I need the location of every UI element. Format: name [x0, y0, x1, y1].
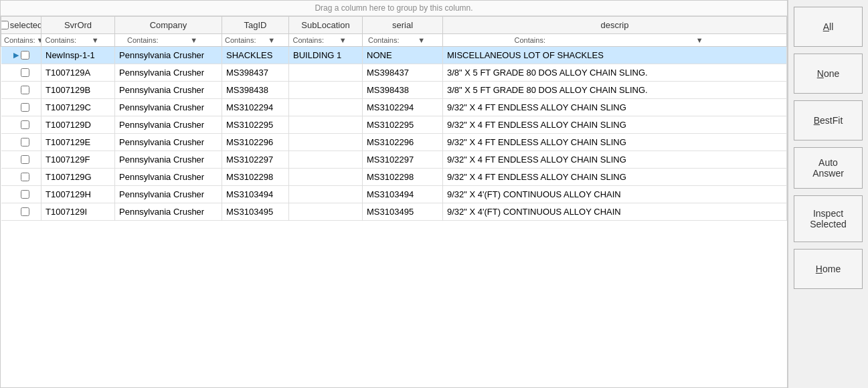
table-scroll-area[interactable]: selected SvrOrd Company TagID SubLocatio…	[1, 16, 787, 387]
row-selected-cell[interactable]	[1, 151, 41, 169]
row-selected-cell[interactable]	[1, 116, 41, 134]
filter-serial[interactable]: Contains: ▼	[363, 34, 443, 47]
row-selected-cell[interactable]: ▶	[1, 47, 41, 64]
row-descrip: 9/32" X 4 FT ENDLESS ALLOY CHAIN SLING	[443, 99, 787, 116]
table-row[interactable]: T1007129DPennsylvania CrusherMS3102295MS…	[1, 116, 787, 134]
row-serial: MS398438	[363, 82, 443, 99]
col-company[interactable]: Company	[115, 17, 222, 34]
row-checkbox[interactable]	[21, 190, 29, 199]
row-company: Pennsylvania Crusher	[115, 47, 222, 64]
row-sublocation	[289, 64, 363, 82]
row-checkbox[interactable]	[21, 155, 29, 164]
row-checkbox[interactable]	[21, 103, 29, 112]
auto-answer-label: AutoAnswer	[812, 157, 844, 179]
table-row[interactable]: T1007129HPennsylvania CrusherMS3103494MS…	[1, 186, 787, 203]
row-descrip: 9/32" X 4 FT ENDLESS ALLOY CHAIN SLING	[443, 116, 787, 134]
row-tagid: MS398438	[222, 82, 289, 99]
row-checkbox[interactable]	[21, 173, 29, 181]
row-serial: MS3102298	[363, 169, 443, 186]
row-tagid: MS3103495	[222, 203, 289, 221]
filter-svrord[interactable]: Contains: ▼	[41, 34, 115, 47]
row-selected-cell[interactable]	[1, 82, 41, 99]
row-descrip: 9/32" X 4 FT ENDLESS ALLOY CHAIN SLING	[443, 169, 787, 186]
col-sublocation[interactable]: SubLocation	[289, 17, 363, 34]
row-selected-cell[interactable]	[1, 186, 41, 203]
row-descrip: 9/32" X 4 FT ENDLESS ALLOY CHAIN SLING	[443, 134, 787, 151]
row-selected-cell[interactable]	[1, 203, 41, 221]
row-checkbox[interactable]	[21, 138, 29, 147]
filter-svrord-arrow[interactable]: ▼	[79, 36, 112, 44]
row-checkbox[interactable]	[21, 51, 29, 60]
inspect-selected-button[interactable]: InspectSelected	[794, 195, 863, 242]
row-sublocation	[289, 116, 363, 134]
row-tagid: MS3102296	[222, 134, 289, 151]
filter-descrip-arrow[interactable]: ▼	[616, 36, 784, 44]
row-svrord: NewInsp-1-1	[41, 47, 115, 64]
row-checkbox[interactable]	[21, 86, 29, 94]
table-row[interactable]: T1007129CPennsylvania CrusherMS3102294MS…	[1, 99, 787, 116]
filter-sublocation-arrow[interactable]: ▼	[327, 36, 360, 44]
col-svrord[interactable]: SvrOrd	[41, 17, 115, 34]
filter-sublocation[interactable]: Contains: ▼	[289, 34, 363, 47]
row-sublocation	[289, 82, 363, 99]
row-selected-cell[interactable]	[1, 134, 41, 151]
row-sublocation	[289, 151, 363, 169]
filter-tagid-arrow[interactable]: ▼	[257, 36, 286, 44]
table-row[interactable]: T1007129APennsylvania CrusherMS398437MS3…	[1, 64, 787, 82]
table-row[interactable]: T1007129FPennsylvania CrusherMS3102297MS…	[1, 151, 787, 169]
filter-descrip[interactable]: Contains: ▼	[443, 34, 787, 47]
col-tagid[interactable]: TagID	[222, 17, 289, 34]
row-selected-cell[interactable]	[1, 64, 41, 82]
filter-tagid[interactable]: Contains: ▼	[222, 34, 289, 47]
auto-answer-button[interactable]: AutoAnswer	[794, 147, 863, 189]
row-tagid: MS3102297	[222, 151, 289, 169]
row-checkbox[interactable]	[21, 120, 29, 129]
all-button[interactable]: All	[794, 7, 863, 47]
col-descrip[interactable]: descrip	[443, 17, 787, 34]
inspect-selected-label: InspectSelected	[810, 208, 846, 229]
row-descrip: 3/8" X 5 FT GRADE 80 DOS ALLOY CHAIN SLI…	[443, 82, 787, 99]
row-serial: MS3102297	[363, 151, 443, 169]
row-company: Pennsylvania Crusher	[115, 203, 222, 221]
filter-selected[interactable]: Contains: ▼	[1, 34, 41, 47]
row-selected-cell[interactable]	[1, 169, 41, 186]
row-svrord: T1007129I	[41, 203, 115, 221]
row-company: Pennsylvania Crusher	[115, 99, 222, 116]
row-sublocation	[289, 186, 363, 203]
row-svrord: T1007129A	[41, 64, 115, 82]
row-descrip: 9/32" X 4'(FT) CONTINUOUS ALLOY CHAIN	[443, 203, 787, 221]
home-button-label: Home	[816, 264, 841, 274]
table-row[interactable]: T1007129GPennsylvania CrusherMS3102298MS…	[1, 169, 787, 186]
filter-company[interactable]: Contains: ▼	[115, 34, 222, 47]
bestfit-button-label: BestFit	[814, 115, 843, 126]
row-company: Pennsylvania Crusher	[115, 134, 222, 151]
row-svrord: T1007129D	[41, 116, 115, 134]
table-row[interactable]: T1007129EPennsylvania CrusherMS3102296MS…	[1, 134, 787, 151]
select-all-checkbox[interactable]	[1, 21, 9, 29]
row-sublocation	[289, 99, 363, 116]
row-company: Pennsylvania Crusher	[115, 116, 222, 134]
row-serial: MS3103495	[363, 203, 443, 221]
filter-row: Contains: ▼ Contains: ▼	[1, 34, 787, 47]
col-selected[interactable]: selected	[1, 17, 41, 34]
row-selected-cell[interactable]	[1, 99, 41, 116]
col-serial[interactable]: serial	[363, 17, 443, 34]
row-svrord: T1007129H	[41, 186, 115, 203]
row-svrord: T1007129F	[41, 151, 115, 169]
row-descrip: MISCELLANEOUS LOT OF SHACKLES	[443, 47, 787, 64]
table-row[interactable]: T1007129BPennsylvania CrusherMS398438MS3…	[1, 82, 787, 99]
filter-company-arrow[interactable]: ▼	[169, 36, 220, 44]
row-sublocation	[289, 169, 363, 186]
row-checkbox[interactable]	[21, 68, 29, 77]
filter-serial-arrow[interactable]: ▼	[404, 36, 440, 44]
row-checkbox[interactable]	[21, 207, 29, 216]
filter-selected-arrow[interactable]: ▼	[36, 36, 41, 44]
bestfit-button[interactable]: BestFit	[794, 100, 863, 140]
row-serial: MS3102296	[363, 134, 443, 151]
row-serial: MS3102294	[363, 99, 443, 116]
none-button[interactable]: None	[794, 54, 863, 94]
table-row[interactable]: T1007129IPennsylvania CrusherMS3103495MS…	[1, 203, 787, 221]
home-button[interactable]: Home	[794, 249, 863, 289]
col-selected-label: selected	[10, 20, 41, 30]
table-row[interactable]: ▶ NewInsp-1-1Pennsylvania CrusherSHACKLE…	[1, 47, 787, 64]
